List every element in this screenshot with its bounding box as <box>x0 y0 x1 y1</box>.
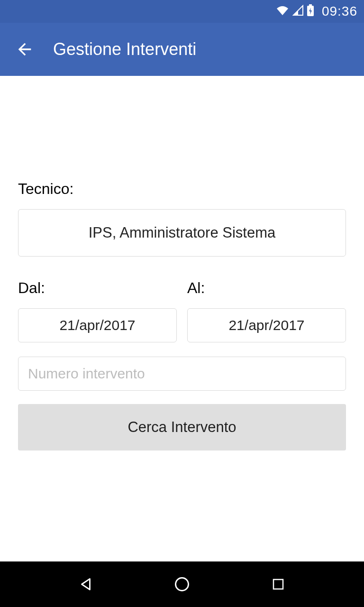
app-bar: Gestione Interventi <box>0 23 364 76</box>
svg-point-2 <box>175 578 188 591</box>
status-time: 09:36 <box>322 4 357 19</box>
svg-rect-3 <box>273 579 283 589</box>
tecnico-label: Tecnico: <box>18 180 346 198</box>
triangle-back-icon <box>78 576 94 592</box>
dal-column: Dal: 21/apr/2017 <box>18 279 177 342</box>
dal-date-picker[interactable]: 21/apr/2017 <box>18 308 177 342</box>
battery-icon <box>307 4 314 18</box>
square-recent-icon <box>271 577 285 591</box>
al-column: Al: 21/apr/2017 <box>187 279 346 342</box>
al-label: Al: <box>187 279 346 297</box>
tecnico-select[interactable]: IPS, Amministratore Sistema <box>18 209 346 257</box>
nav-back-button[interactable] <box>72 570 100 598</box>
circle-home-icon <box>173 576 191 593</box>
cellular-icon <box>292 5 304 18</box>
page-title: Gestione Interventi <box>53 39 196 59</box>
al-value: 21/apr/2017 <box>228 317 304 333</box>
back-button[interactable] <box>13 38 36 61</box>
android-nav-bar <box>0 561 364 607</box>
arrow-left-icon <box>15 40 34 59</box>
cerca-intervento-button[interactable]: Cerca Intervento <box>18 404 346 451</box>
status-bar: 09:36 <box>0 0 364 23</box>
nav-home-button[interactable] <box>168 570 196 598</box>
nav-recent-button[interactable] <box>264 570 292 598</box>
numero-intervento-input[interactable] <box>18 357 346 391</box>
svg-rect-0 <box>309 4 312 6</box>
main-content: Tecnico: IPS, Amministratore Sistema Dal… <box>0 76 364 451</box>
wifi-icon <box>275 5 290 18</box>
date-row: Dal: 21/apr/2017 Al: 21/apr/2017 <box>18 279 346 342</box>
dal-label: Dal: <box>18 279 177 297</box>
tecnico-value: IPS, Amministratore Sistema <box>89 224 276 241</box>
status-icons: 09:36 <box>275 4 357 19</box>
dal-value: 21/apr/2017 <box>59 317 135 333</box>
al-date-picker[interactable]: 21/apr/2017 <box>187 308 346 342</box>
